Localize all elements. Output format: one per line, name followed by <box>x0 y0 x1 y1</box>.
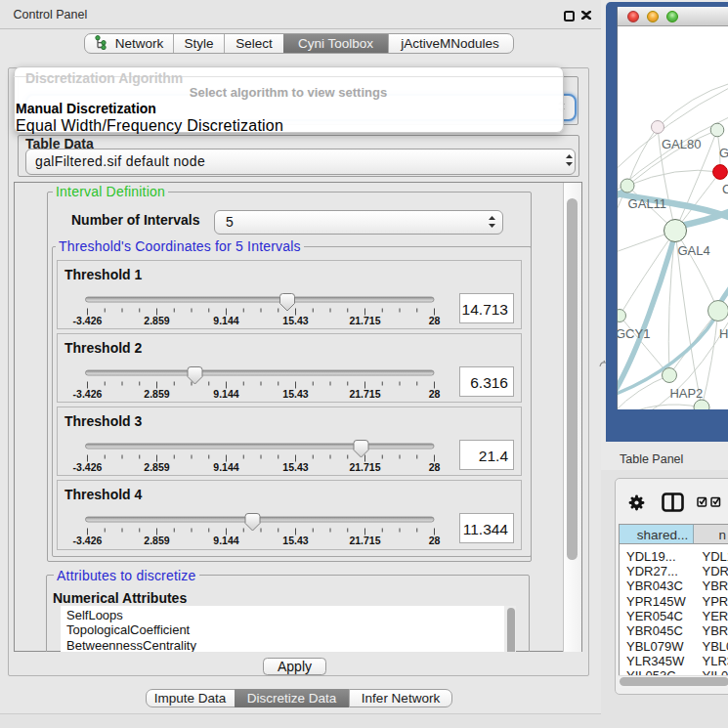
svg-text:21.715: 21.715 <box>349 315 380 326</box>
svg-text:GAL11: GAL11 <box>628 196 667 211</box>
svg-text:2.859: 2.859 <box>144 535 169 546</box>
svg-text:2.859: 2.859 <box>144 461 169 473</box>
svg-text:28: 28 <box>429 461 441 473</box>
svg-text:2.859: 2.859 <box>144 315 169 326</box>
svg-text:2.859: 2.859 <box>144 388 169 400</box>
svg-text:9.144: 9.144 <box>213 388 238 400</box>
svg-text:9.144: 9.144 <box>213 535 238 546</box>
svg-text:GAL4: GAL4 <box>677 243 709 258</box>
svg-text:9.144: 9.144 <box>213 315 238 326</box>
svg-text:HAP2: HAP2 <box>669 386 703 401</box>
svg-text:21.715: 21.715 <box>349 535 380 546</box>
svg-text:28: 28 <box>429 535 441 546</box>
svg-text:28: 28 <box>429 315 441 326</box>
svg-text:21.715: 21.715 <box>349 388 380 400</box>
svg-text:GCY1: GCY1 <box>618 326 650 341</box>
svg-text:15.43: 15.43 <box>282 461 308 473</box>
svg-text:15.43: 15.43 <box>282 388 308 400</box>
svg-text:-3.426: -3.426 <box>73 535 103 546</box>
svg-text:-3.426: -3.426 <box>73 315 103 326</box>
svg-text:9.144: 9.144 <box>213 461 238 473</box>
svg-text:15.43: 15.43 <box>282 535 308 546</box>
svg-text:15.43: 15.43 <box>282 315 308 326</box>
svg-text:C: C <box>722 182 728 196</box>
svg-text:H: H <box>719 326 728 341</box>
svg-text:-3.426: -3.426 <box>73 461 103 473</box>
svg-text:GA: GA <box>719 146 728 160</box>
svg-text:-3.426: -3.426 <box>73 388 103 400</box>
svg-text:21.715: 21.715 <box>349 461 380 473</box>
svg-text:28: 28 <box>429 388 441 400</box>
svg-text:GAL80: GAL80 <box>662 137 701 151</box>
